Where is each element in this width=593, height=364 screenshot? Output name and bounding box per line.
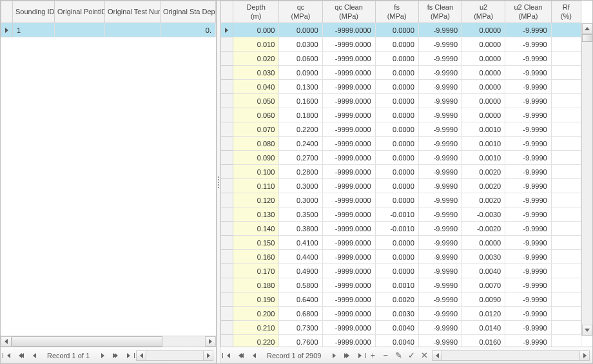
cell-depth[interactable]: 0.170 xyxy=(233,264,278,278)
cell-fs[interactable]: 0.0000 xyxy=(375,108,418,122)
cell-qc-clean[interactable]: -9999.0000 xyxy=(322,307,375,321)
nav-next-btn[interactable] xyxy=(97,350,108,361)
cell-fs-clean[interactable]: -9.9990 xyxy=(418,292,462,307)
cell-qc[interactable]: 0.0300 xyxy=(279,37,322,52)
cell-u2-clean[interactable]: -9.9990 xyxy=(505,193,551,207)
cell-rf[interactable] xyxy=(551,94,581,108)
table-row[interactable]: 0.1500.4100-9999.00000.0000-9.99900.0000… xyxy=(221,236,581,250)
cell-fs[interactable]: 0.0000 xyxy=(375,179,418,193)
cell-fs-clean[interactable]: -9.9990 xyxy=(418,108,462,122)
cell-rf[interactable] xyxy=(551,292,581,307)
nav-delete-btn[interactable]: − xyxy=(380,350,391,361)
embed-left-icon[interactable] xyxy=(137,351,146,360)
cell-u2-clean[interactable]: -9.9990 xyxy=(505,66,551,80)
cell-fs[interactable]: 0.0030 xyxy=(375,307,418,321)
cell-qc-clean[interactable]: -9999.0000 xyxy=(322,80,375,94)
cell-fs-clean[interactable]: -9.9990 xyxy=(418,122,462,137)
col-sounding-id[interactable]: Sounding ID xyxy=(13,1,55,23)
cell-qc-clean[interactable]: -9999.0000 xyxy=(322,179,375,193)
cell-fs[interactable]: 0.0000 xyxy=(375,122,418,137)
cell-fs-clean[interactable]: -9.9990 xyxy=(418,179,462,193)
cell-depth[interactable]: 0.200 xyxy=(233,307,278,321)
cell-fs-clean[interactable]: -9.9990 xyxy=(418,264,462,278)
cell-start-depth[interactable]: 0. xyxy=(160,23,216,37)
cell-u2-clean[interactable]: -9.9990 xyxy=(505,236,551,250)
nav-prevpage-btn[interactable] xyxy=(236,350,246,361)
hscroll-right-btn[interactable] xyxy=(205,336,216,347)
left-grid[interactable]: Sounding ID Original PointID Original Te… xyxy=(1,1,216,347)
nav-nextpage-btn[interactable] xyxy=(110,350,121,361)
cell-fs[interactable]: -0.0010 xyxy=(375,207,418,222)
cell-u2[interactable]: 0.0000 xyxy=(462,108,505,122)
cell-fs[interactable]: 0.0000 xyxy=(375,80,418,94)
table-row[interactable]: 0.2200.7600-9999.00000.0040-9.99900.0160… xyxy=(221,335,581,347)
col-qc[interactable]: qc(MPa) xyxy=(279,1,322,23)
cell-rf[interactable] xyxy=(551,66,581,80)
cell-qc[interactable]: 0.6400 xyxy=(279,292,322,307)
cell-sounding-id[interactable]: 1 xyxy=(13,23,55,37)
cell-qc[interactable]: 0.2200 xyxy=(279,122,322,137)
table-row[interactable]: 0.0100.0300-9999.00000.0000-9.99900.0000… xyxy=(221,37,581,52)
cell-fs[interactable]: 0.0000 xyxy=(375,137,418,151)
cell-u2-clean[interactable]: -9.9990 xyxy=(505,37,551,52)
table-row[interactable]: 0.1400.3800-9999.0000-0.0010-9.9990-0.00… xyxy=(221,222,581,236)
cell-fs-clean[interactable]: -9.9990 xyxy=(418,250,462,264)
cell-fs-clean[interactable]: -9.9990 xyxy=(418,23,462,37)
vscroll-thumb[interactable] xyxy=(582,34,592,42)
cell-depth[interactable]: 0.140 xyxy=(233,222,278,236)
cell-u2-clean[interactable]: -9.9990 xyxy=(505,222,551,236)
right-grid[interactable]: Depth(m)qc(MPa)qc Clean(MPa)fs(MPa)fs Cl… xyxy=(220,1,592,347)
cell-u2-clean[interactable]: -9.9990 xyxy=(505,108,551,122)
vscroll-up-btn[interactable] xyxy=(582,23,592,34)
table-row[interactable]: 0.1600.4400-9999.00000.0000-9.99900.0030… xyxy=(221,250,581,264)
cell-qc-clean[interactable]: -9999.0000 xyxy=(322,122,375,137)
cell-rf[interactable] xyxy=(551,236,581,250)
cell-u2-clean[interactable]: -9.9990 xyxy=(505,137,551,151)
cell-u2[interactable]: 0.0120 xyxy=(462,307,505,321)
nav-commit-btn[interactable]: ✓ xyxy=(406,350,416,361)
cell-qc[interactable]: 0.4900 xyxy=(279,264,322,278)
cell-fs[interactable]: -0.0010 xyxy=(375,222,418,236)
cell-depth[interactable]: 0.180 xyxy=(233,278,278,292)
cell-rf[interactable] xyxy=(551,321,581,335)
left-hscrollbar[interactable] xyxy=(1,336,216,347)
cell-fs[interactable]: 0.0000 xyxy=(375,94,418,108)
cell-fs[interactable]: 0.0040 xyxy=(375,321,418,335)
cell-qc[interactable]: 0.0600 xyxy=(279,52,322,66)
cell-fs-clean[interactable]: -9.9990 xyxy=(418,80,462,94)
cell-fs-clean[interactable]: -9.9990 xyxy=(418,193,462,207)
cell-qc-clean[interactable]: -9999.0000 xyxy=(322,137,375,151)
cell-u2[interactable]: 0.0010 xyxy=(462,122,505,137)
nav-cancel-btn[interactable]: ✕ xyxy=(419,350,429,361)
cell-fs[interactable]: 0.0000 xyxy=(375,165,418,179)
nav-nextpage-btn[interactable] xyxy=(342,350,352,361)
nav-edit-btn[interactable]: ✎ xyxy=(393,350,403,361)
cell-qc-clean[interactable]: -9999.0000 xyxy=(322,222,375,236)
cell-depth[interactable]: 0.130 xyxy=(233,207,278,222)
cell-qc[interactable]: 0.1800 xyxy=(279,108,322,122)
cell-u2-clean[interactable]: -9.9990 xyxy=(505,80,551,94)
cell-depth[interactable]: 0.190 xyxy=(233,292,278,307)
cell-qc[interactable]: 0.7300 xyxy=(279,321,322,335)
cell-u2-clean[interactable]: -9.9990 xyxy=(505,23,551,37)
cell-fs-clean[interactable]: -9.9990 xyxy=(418,52,462,66)
cell-qc-clean[interactable]: -9999.0000 xyxy=(322,52,375,66)
cell-fs-clean[interactable]: -9.9990 xyxy=(418,307,462,321)
cell-qc-clean[interactable]: -9999.0000 xyxy=(322,193,375,207)
cell-rf[interactable] xyxy=(551,307,581,321)
cell-test-no[interactable] xyxy=(105,23,160,37)
cell-fs[interactable]: 0.0000 xyxy=(375,37,418,52)
table-row[interactable]: 0.1200.3000-9999.00000.0000-9.99900.0020… xyxy=(221,193,581,207)
cell-fs[interactable]: 0.0000 xyxy=(375,151,418,165)
cell-qc-clean[interactable]: -9999.0000 xyxy=(322,292,375,307)
cell-u2[interactable]: 0.0000 xyxy=(462,236,505,250)
cell-depth[interactable]: 0.030 xyxy=(233,66,278,80)
cell-fs[interactable]: 0.0010 xyxy=(375,278,418,292)
cell-u2-clean[interactable]: -9.9990 xyxy=(505,307,551,321)
col-orig-pointid[interactable]: Original PointID xyxy=(55,1,105,23)
cell-rf[interactable] xyxy=(551,151,581,165)
cell-u2[interactable]: 0.0010 xyxy=(462,151,505,165)
embed-left-icon[interactable] xyxy=(433,351,442,360)
cell-qc-clean[interactable]: -9999.0000 xyxy=(322,321,375,335)
cell-u2[interactable]: 0.0020 xyxy=(462,179,505,193)
